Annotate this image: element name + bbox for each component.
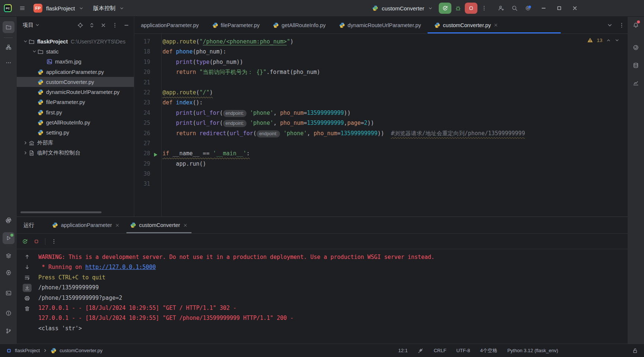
file-encoding[interactable]: UTF-8 bbox=[456, 348, 470, 353]
line-number[interactable]: 19 bbox=[134, 57, 161, 67]
code-line[interactable]: 27 bbox=[134, 139, 628, 149]
chevron-down-icon[interactable] bbox=[615, 38, 619, 43]
editor-tab[interactable]: fileParameter.py bbox=[206, 17, 267, 33]
project-toolwindow-button[interactable] bbox=[3, 21, 15, 33]
chevron-up-icon[interactable] bbox=[606, 38, 611, 43]
code-line[interactable]: 24 print(url_for(endpoint: 'phone', pho_… bbox=[134, 108, 628, 118]
line-number[interactable]: 22 bbox=[134, 88, 161, 98]
more-vertical-icon[interactable] bbox=[619, 22, 625, 28]
code-editor[interactable]: 13 17@app.route("/phone/<phonenum:pho_nu… bbox=[134, 34, 628, 217]
soft-wrap-icon[interactable] bbox=[23, 273, 32, 282]
settings-icon[interactable] bbox=[525, 5, 531, 11]
stop-icon[interactable] bbox=[33, 238, 39, 244]
stop-button[interactable] bbox=[465, 3, 477, 14]
line-number[interactable]: 31 bbox=[134, 179, 161, 189]
tree-item[interactable]: fileParameter.py bbox=[17, 97, 134, 107]
code-line[interactable]: 23def index(): bbox=[134, 98, 628, 108]
code-line[interactable]: 29 app.run() bbox=[134, 159, 628, 169]
tree-item[interactable]: applicationParameter.py bbox=[17, 67, 134, 77]
line-number[interactable]: 26 bbox=[134, 129, 161, 139]
tree-item[interactable]: customConverter.py bbox=[17, 77, 134, 87]
python-interpreter[interactable]: Python 3.12 (flask_env) bbox=[507, 348, 558, 353]
ai-assistant-button[interactable] bbox=[630, 42, 642, 53]
tree-item[interactable]: setting.py bbox=[17, 128, 134, 138]
run-tab[interactable]: customConverter bbox=[125, 217, 193, 233]
tree-item[interactable]: dynamicRouteUrlParameter.py bbox=[17, 87, 134, 97]
search-icon[interactable] bbox=[512, 5, 518, 11]
editor-tab[interactable]: customConverter.py bbox=[428, 17, 505, 33]
code-line[interactable]: 22@app.route("/") bbox=[134, 88, 628, 98]
console-link[interactable]: http://127.0.0.1:5000 bbox=[85, 264, 156, 270]
line-number[interactable]: 30 bbox=[134, 169, 161, 179]
add-user-icon[interactable] bbox=[498, 5, 504, 11]
lock-icon[interactable] bbox=[632, 348, 638, 354]
maximize-icon[interactable] bbox=[556, 5, 562, 11]
line-number[interactable]: 27 bbox=[134, 139, 161, 149]
python-console-button[interactable] bbox=[3, 214, 15, 226]
code-line[interactable]: 19 print(type(pho_num)) bbox=[134, 57, 628, 67]
run-tab[interactable]: applicationParameter bbox=[47, 217, 125, 233]
database-button[interactable] bbox=[630, 59, 642, 71]
locate-icon[interactable] bbox=[77, 22, 83, 28]
python-packages-button[interactable] bbox=[3, 267, 15, 279]
clear-icon[interactable] bbox=[23, 305, 32, 313]
version-control-button[interactable] bbox=[3, 325, 15, 337]
line-number[interactable]: 29 bbox=[134, 159, 161, 169]
line-number[interactable]: 21 bbox=[134, 78, 161, 88]
breadcrumb-file[interactable]: customConverter.py bbox=[59, 348, 103, 353]
run-panel-title[interactable]: 运行 bbox=[23, 222, 34, 229]
rerun-icon[interactable] bbox=[22, 238, 28, 244]
editor-tab[interactable]: getAllRouteInfo.py bbox=[266, 17, 332, 33]
notifications-button[interactable] bbox=[630, 19, 642, 31]
chevron-down-icon[interactable] bbox=[35, 23, 40, 27]
chevron-down-icon[interactable] bbox=[607, 22, 613, 28]
code-line[interactable]: 31 bbox=[134, 179, 628, 189]
line-number[interactable]: 28 bbox=[134, 149, 161, 159]
hide-icon[interactable] bbox=[123, 22, 129, 28]
indent-style[interactable]: 4个空格 bbox=[480, 347, 497, 354]
tree-item[interactable]: max5m.jpg bbox=[17, 57, 134, 67]
tree-item[interactable]: static bbox=[17, 46, 134, 56]
tree-item[interactable]: getAllRouteInfo.py bbox=[17, 117, 134, 127]
problems-toolwindow-button[interactable] bbox=[3, 307, 15, 319]
terminal-toolwindow-button[interactable] bbox=[3, 287, 15, 299]
chevron-down-icon[interactable] bbox=[428, 6, 433, 11]
code-line[interactable]: 30 bbox=[134, 169, 628, 179]
down-arrow-icon[interactable] bbox=[23, 263, 32, 271]
code-line[interactable]: 17@app.route("/phone/<phonenum:pho_num>"… bbox=[134, 37, 628, 47]
inspection-widget[interactable]: 13 bbox=[587, 37, 619, 43]
line-number[interactable]: 23 bbox=[134, 98, 161, 108]
ai-disabled-icon[interactable] bbox=[418, 348, 424, 354]
code-line[interactable]: 18def phone(pho_num): bbox=[134, 47, 628, 57]
more-vertical-icon[interactable] bbox=[51, 238, 57, 244]
close-icon[interactable] bbox=[572, 5, 578, 11]
tree-item[interactable]: flaskProjectC:\Users\YZRYTS\Des bbox=[17, 36, 134, 46]
project-badge[interactable]: FP bbox=[33, 4, 42, 13]
tab-close-icon[interactable] bbox=[115, 223, 120, 228]
code-line[interactable]: 28if __name__ == '__main__': bbox=[134, 149, 628, 159]
collapse-all-icon[interactable] bbox=[100, 22, 106, 28]
debug-button[interactable] bbox=[455, 5, 461, 11]
more-vertical-icon[interactable] bbox=[112, 22, 118, 28]
expand-icon[interactable] bbox=[89, 22, 95, 28]
rerun-button[interactable] bbox=[439, 3, 451, 14]
caret-position[interactable]: 12:1 bbox=[398, 348, 408, 353]
chevron-down-icon[interactable] bbox=[119, 6, 124, 11]
line-number[interactable]: 25 bbox=[134, 118, 161, 128]
tree-item[interactable]: first.py bbox=[17, 107, 134, 117]
line-number[interactable]: 17 bbox=[134, 37, 161, 47]
breadcrumb-project[interactable]: flaskProject bbox=[15, 348, 40, 353]
project-panel-title[interactable]: 项目 bbox=[23, 22, 33, 29]
code-line[interactable]: 20 return "当前访问手机号为： {}".format(pho_num) bbox=[134, 67, 628, 77]
menu-icon[interactable] bbox=[19, 5, 25, 11]
line-number[interactable]: 18 bbox=[134, 47, 161, 57]
run-toolwindow-button[interactable] bbox=[3, 232, 15, 244]
editor-tab[interactable]: dynamicRouteUrlParameter.py bbox=[332, 17, 428, 33]
tree-item[interactable]: 外部库 bbox=[17, 138, 134, 148]
line-number[interactable]: 24 bbox=[134, 108, 161, 118]
structure-toolwindow-button[interactable] bbox=[3, 41, 15, 53]
vcs-menu[interactable]: 版本控制 bbox=[93, 5, 116, 12]
project-name[interactable]: flaskProject bbox=[46, 5, 75, 12]
chevron-down-icon[interactable] bbox=[79, 6, 84, 11]
up-arrow-icon[interactable] bbox=[23, 253, 32, 261]
